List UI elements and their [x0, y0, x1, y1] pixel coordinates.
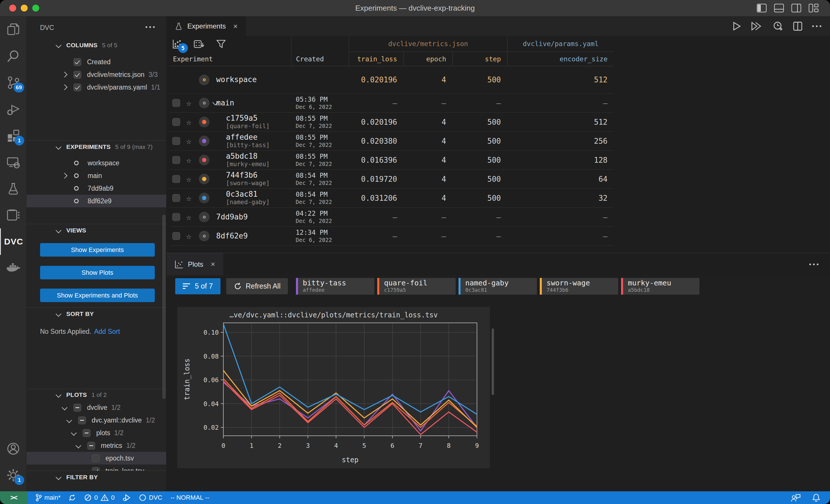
- dvc-status[interactable]: DVC: [139, 494, 162, 501]
- chevron-down-icon[interactable]: [66, 417, 72, 423]
- chevron-down-icon[interactable]: [62, 405, 67, 410]
- experiments-section-header[interactable]: EXPERIMENTS 5 of 9 (max 7): [27, 140, 166, 153]
- star-icon[interactable]: ☆: [186, 193, 191, 203]
- show-experiments-and-plots-button[interactable]: Show Experiments and Plots: [40, 289, 155, 302]
- move-columns-icon[interactable]: [194, 39, 204, 49]
- table-row[interactable]: ☆ main 05:36 PMDec 6, 2022 – – – –: [169, 94, 614, 112]
- metrics-group-header[interactable]: dvclive/metrics.json: [349, 36, 507, 52]
- column-epoch[interactable]: epoch: [404, 52, 452, 66]
- table-row[interactable]: ☆ affedee[bitty-tass] 08:55 PMDec 7, 202…: [169, 132, 614, 150]
- debug-status[interactable]: [123, 494, 131, 501]
- column-encoder-size[interactable]: encoder_size: [507, 52, 614, 66]
- chevron-right-icon[interactable]: [62, 85, 67, 90]
- columns-tree-item[interactable]: dvclive/params.yaml1/1: [27, 81, 166, 94]
- row-checkbox[interactable]: [172, 99, 180, 107]
- sidebar-experiment-item[interactable]: 7dd9ab9: [27, 182, 166, 195]
- tab-plots[interactable]: Plots ×: [167, 253, 223, 275]
- sync-status[interactable]: [69, 494, 76, 501]
- sidebar-more-actions-icon[interactable]: [146, 26, 155, 28]
- experiment-chip[interactable]: named-gaby 0c3ac81: [458, 278, 537, 295]
- editor-more-actions-icon[interactable]: [812, 25, 821, 27]
- problems-status[interactable]: 0 0: [84, 494, 115, 501]
- plots-tree-item[interactable]: dvclive1/2: [27, 401, 166, 414]
- plots-more-actions-icon[interactable]: [809, 264, 819, 265]
- show-plots-button[interactable]: Show Plots: [40, 266, 155, 279]
- experiment-chip[interactable]: sworn-wage 744f3b6: [540, 278, 618, 295]
- row-checkbox[interactable]: [172, 137, 180, 145]
- remote-indicator[interactable]: ><: [0, 491, 27, 504]
- column-checkbox[interactable]: [73, 83, 81, 91]
- toggle-secondary-sidebar-icon[interactable]: [791, 4, 801, 12]
- refresh-all-button[interactable]: Refresh All: [226, 278, 288, 294]
- table-row[interactable]: ☆ a5bdc18[murky-emeu] 08:55 PMDec 7, 202…: [169, 150, 614, 170]
- chevron-down-icon[interactable]: [71, 430, 77, 436]
- column-train-loss[interactable]: train_loss: [349, 52, 404, 66]
- explorer-icon[interactable]: [0, 16, 27, 43]
- plot-checkbox[interactable]: [87, 442, 95, 449]
- close-tab-icon[interactable]: ×: [211, 260, 215, 269]
- source-control-icon[interactable]: 69: [0, 69, 27, 96]
- sort-by-section-header[interactable]: SORT BY: [27, 308, 166, 320]
- plots-tree-item[interactable]: train_loss.tsv: [27, 465, 166, 471]
- dvc-icon[interactable]: DVC: [0, 228, 27, 255]
- table-row[interactable]: ☆ c1759a5[quare-foil] 08:55 PMDec 7, 202…: [169, 112, 614, 132]
- vim-mode-indicator[interactable]: -- NORMAL --: [170, 494, 209, 501]
- close-window-button[interactable]: [9, 5, 16, 11]
- star-icon[interactable]: ☆: [186, 212, 191, 222]
- accounts-icon[interactable]: [0, 435, 27, 462]
- settings-gear-icon[interactable]: 1: [0, 462, 27, 489]
- remote-explorer-icon[interactable]: [0, 149, 27, 175]
- row-checkbox[interactable]: [172, 118, 180, 126]
- notebooks-icon[interactable]: [0, 202, 27, 228]
- row-checkbox[interactable]: [172, 194, 180, 202]
- experiment-chip[interactable]: murky-emeu a5bdc18: [621, 278, 699, 295]
- sidebar-scrollbar[interactable]: [162, 214, 166, 399]
- views-section-header[interactable]: VIEWS: [27, 224, 166, 237]
- star-icon[interactable]: ☆: [186, 136, 191, 146]
- split-editor-icon[interactable]: [793, 22, 802, 31]
- notifications-bell-icon[interactable]: [812, 493, 820, 502]
- plot-checkbox[interactable]: [83, 429, 91, 437]
- tab-experiments[interactable]: Experiments ×: [167, 16, 246, 36]
- docker-icon[interactable]: [0, 255, 27, 281]
- star-icon[interactable]: ☆: [186, 155, 191, 165]
- search-icon[interactable]: [0, 43, 27, 69]
- column-step[interactable]: step: [452, 52, 507, 66]
- run-experiment-icon[interactable]: [733, 22, 741, 31]
- params-group-header[interactable]: dvclive/params.yaml: [507, 36, 614, 52]
- chevron-right-icon[interactable]: [62, 173, 67, 178]
- plots-columns-icon[interactable]: 5: [172, 39, 182, 49]
- plot-checkbox[interactable]: [92, 455, 100, 462]
- toggle-sidebar-icon[interactable]: [757, 4, 767, 12]
- row-checkbox[interactable]: [172, 175, 180, 183]
- star-icon[interactable]: ☆: [186, 174, 191, 184]
- filter-columns-icon[interactable]: [216, 39, 226, 49]
- close-tab-icon[interactable]: ×: [233, 22, 237, 31]
- columns-tree-item[interactable]: dvclive/metrics.json3/3: [27, 68, 166, 81]
- minimize-window-button[interactable]: [21, 5, 28, 11]
- plots-section-header[interactable]: PLOTS 1 of 2: [27, 389, 166, 401]
- column-created[interactable]: Created: [291, 52, 349, 66]
- columns-section-header[interactable]: COLUMNS 5 of 5: [27, 39, 166, 52]
- plot-checkbox[interactable]: [73, 404, 81, 411]
- testing-beaker-icon[interactable]: [0, 175, 27, 202]
- plot-checkbox[interactable]: [92, 467, 100, 471]
- row-checkbox[interactable]: [172, 156, 180, 164]
- table-row[interactable]: ☆ 0c3ac81[named-gaby] 08:54 PMDec 7, 202…: [169, 189, 614, 208]
- extensions-icon[interactable]: 1: [0, 123, 27, 149]
- table-row[interactable]: ☆ 744f3b6[sworn-wage] 08:54 PMDec 7, 202…: [169, 170, 614, 189]
- experiment-chip[interactable]: quare-foil c1759a5: [377, 278, 456, 295]
- plots-scrollbar[interactable]: [492, 329, 494, 395]
- plots-filter-button[interactable]: 5 of 7: [175, 278, 220, 294]
- star-icon[interactable]: ☆: [186, 117, 191, 127]
- star-icon[interactable]: ☆: [186, 98, 191, 108]
- sidebar-experiment-item[interactable]: workspace: [27, 157, 166, 169]
- experiment-chip[interactable]: bitty-tass affedee: [296, 278, 374, 295]
- branch-status[interactable]: main*: [35, 494, 61, 501]
- chevron-down-icon[interactable]: [75, 443, 81, 448]
- plots-tree-item[interactable]: metrics1/2: [27, 439, 166, 452]
- queue-experiment-icon[interactable]: [773, 21, 783, 31]
- columns-tree-item[interactable]: Created: [27, 56, 166, 68]
- maximize-window-button[interactable]: [32, 5, 39, 11]
- plots-tree-item[interactable]: plots1/2: [27, 427, 166, 439]
